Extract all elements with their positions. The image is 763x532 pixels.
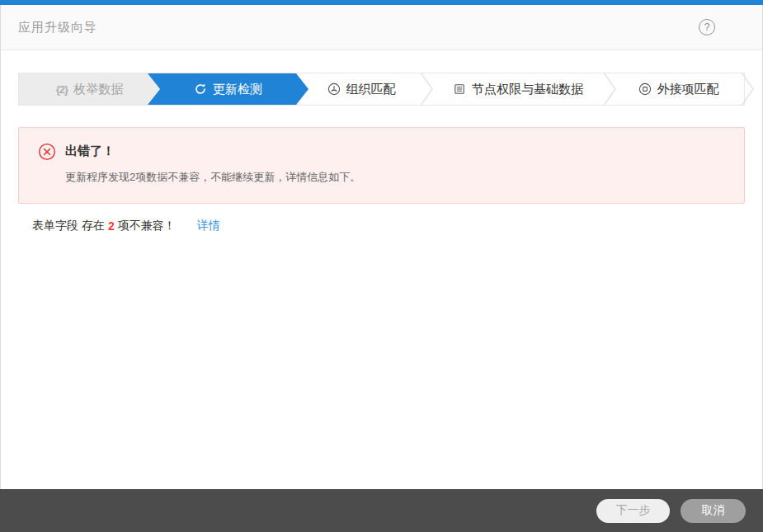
page-title: 应用升级向导 (18, 20, 97, 35)
error-circle-x-icon (38, 143, 56, 164)
step-update-check[interactable]: 更新检测 (148, 73, 308, 105)
help-icon[interactable]: ? (699, 19, 715, 35)
refresh-icon (194, 82, 207, 96)
step-org-match[interactable]: 组织匹配 (296, 73, 426, 105)
step-label: 节点权限与基础数据 (472, 82, 583, 97)
step-label: 外接项匹配 (657, 82, 719, 97)
error-title: 出错了！ (65, 142, 360, 160)
list-doc-icon (453, 82, 466, 96)
upgrade-wizard-window: 应用升级向导 ? {2} 枚举数据 更新检测 (0, 0, 763, 532)
external-item-icon (638, 82, 652, 96)
enum-data-icon: {2} (56, 83, 68, 96)
error-alert-body: 出错了！ 更新程序发现2项数据不兼容，不能继续更新，详情信息如下。 (65, 142, 360, 185)
step-external-match[interactable]: 外接项匹配 (610, 73, 747, 105)
step-separator-chevron (741, 73, 754, 106)
step-enum-data[interactable]: {2} 枚举数据 (19, 73, 160, 105)
wizard-content: {2} 枚举数据 更新检测 (0, 50, 763, 489)
incompatible-summary-row: 表单字段 存在 2 项不兼容！ 详情 (32, 219, 745, 233)
step-breadcrumb: {2} 枚举数据 更新检测 (18, 73, 745, 106)
org-match-icon (327, 82, 341, 96)
wizard-header: 应用升级向导 ? (0, 5, 763, 50)
step-node-permission[interactable]: 节点权限与基础数据 (426, 73, 610, 105)
step-label: 枚举数据 (73, 82, 123, 97)
step-label: 组织匹配 (346, 82, 396, 97)
next-step-button[interactable]: 下一步 (596, 499, 670, 523)
error-alert: 出错了！ 更新程序发现2项数据不兼容，不能继续更新，详情信息如下。 (18, 127, 745, 204)
issue-prefix: 表单字段 存在 (32, 219, 105, 233)
error-message: 更新程序发现2项数据不兼容，不能继续更新，详情信息如下。 (65, 170, 360, 185)
detail-link[interactable]: 详情 (197, 219, 220, 233)
cancel-button[interactable]: 取消 (681, 499, 746, 523)
issue-count: 2 (105, 219, 118, 233)
footer-bar: 下一步 取消 (0, 489, 763, 532)
issue-suffix: 项不兼容！ (118, 219, 176, 233)
step-label: 更新检测 (213, 82, 262, 97)
